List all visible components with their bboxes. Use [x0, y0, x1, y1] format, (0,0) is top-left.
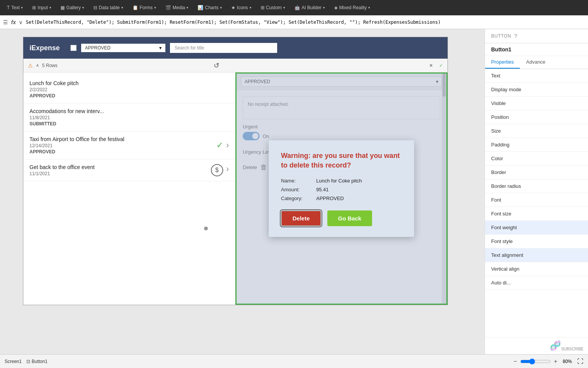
zoom-controls: − + 80% ⛶ [513, 358, 583, 365]
list-item[interactable]: Taxi from Airport to Office for the fest… [23, 131, 235, 159]
list-item-title: Get back to the office event [29, 164, 95, 170]
list-item-title: Taxi from Airport to Office for the fest… [29, 136, 124, 142]
app-title: iExpense [29, 44, 60, 52]
fullscreen-button[interactable]: ⛶ [577, 358, 583, 365]
list-item[interactable]: Get back to the office event 11/1/2021 $… [23, 159, 235, 181]
list-item-left: Taxi from Airport to Office for the fest… [29, 136, 124, 154]
expand-rows-icon[interactable]: ∧ [36, 63, 39, 68]
toolbar-input[interactable]: ⊞ Input ▾ [28, 3, 55, 12]
dropdown-value: APPROVED [85, 45, 111, 51]
prop-item-size[interactable]: Size [485, 124, 588, 138]
toolbar-datatable[interactable]: ⊟ Data table ▾ [90, 3, 127, 12]
prop-item-color[interactable]: Color [485, 152, 588, 166]
right-panel-close-icon[interactable]: ✕ [429, 63, 433, 68]
dropdown-arrow-icon: ▾ [159, 45, 162, 51]
toolbar-aibuilder[interactable]: 🤖 AI Builder ▾ [291, 3, 329, 12]
list-item-icons: ✓ › [216, 140, 229, 150]
datatable-icon: ⊟ [93, 5, 97, 10]
modal-amount-label: Amount: [281, 187, 312, 192]
tab-advanced[interactable]: Advance [520, 56, 552, 69]
toolbar-icons[interactable]: ★ Icons ▾ [227, 3, 255, 12]
screen-label[interactable]: Screen1 [5, 359, 22, 364]
component-label-area[interactable]: ⊡ Button1 [26, 359, 47, 364]
prop-item-border[interactable]: Border [485, 166, 588, 179]
props-component-name: Button1 [485, 43, 588, 56]
modal-category-value: APPROVED [316, 196, 344, 201]
toolbar-forms[interactable]: 📋 Forms ▾ [129, 3, 160, 12]
right-panel-check-icon[interactable]: ✓ [439, 63, 443, 68]
chevron-right-icon[interactable]: › [226, 140, 229, 150]
zoom-value: 80% [560, 359, 574, 364]
toolbar-custom[interactable]: ⊞ Custom ▾ [257, 3, 289, 12]
toolbar-charts[interactable]: 📊 Charts ▾ [194, 3, 225, 12]
prop-item-font-size[interactable]: Font size [485, 207, 588, 221]
chevron-right-icon[interactable]: › [226, 164, 229, 176]
props-list: Text Display mode Visible Position Size … [485, 69, 588, 337]
text-icon: T [7, 5, 10, 10]
checkmark-icon: ✓ [216, 140, 223, 150]
list-item-status: APPROVED [29, 93, 229, 99]
toolbar-mixedreality[interactable]: ◈ Mixed Reality ▾ [330, 3, 374, 12]
modal-name-label: Name: [281, 178, 312, 184]
prop-item-border-radius[interactable]: Border radius [485, 179, 588, 193]
prop-item-font-style[interactable]: Font style [485, 235, 588, 248]
prop-item-visible[interactable]: Visible [485, 97, 588, 110]
header-checkbox[interactable] [70, 45, 77, 51]
list-item[interactable]: Accomodations for new interv... 11/8/202… [23, 104, 235, 131]
props-section-title: BUTTON [491, 33, 511, 39]
forms-icon: 📋 [132, 5, 138, 10]
list-item-title: Lunch for Coke pitch [29, 80, 229, 86]
prop-item-text-alignment[interactable]: Text alignment [485, 248, 588, 262]
help-icon[interactable]: ? [514, 33, 517, 39]
formula-input[interactable] [26, 20, 585, 25]
list-item-status: SUBMITTED [29, 121, 229, 127]
modal-field-name: Name: Lunch for Coke pitch [281, 178, 402, 184]
modal-field-amount: Amount: 95.41 [281, 187, 402, 192]
chevron-icon: ▾ [186, 6, 188, 10]
left-list: Lunch for Coke pitch 2/2/2022 APPROVED A… [23, 72, 235, 305]
zoom-in-button[interactable]: + [554, 358, 557, 365]
toolbar-text[interactable]: T Text ▾ [3, 3, 27, 12]
modal-goback-button[interactable]: Go Back [327, 210, 372, 226]
refresh-icon[interactable]: ↺ [214, 61, 219, 70]
prop-item-font-weight[interactable]: Font weight [485, 221, 588, 235]
modal-delete-button[interactable]: Delete [281, 210, 321, 226]
modal-amount-value: 95.41 [316, 187, 329, 192]
header-dropdown[interactable]: APPROVED ▾ [81, 44, 165, 52]
chevron-icon: ▾ [21, 6, 23, 10]
prop-item-padding[interactable]: Padding [485, 138, 588, 152]
aibuilder-icon: 🤖 [294, 5, 300, 10]
properties-panel: BUTTON ? Button1 Properties Advance Text… [485, 29, 588, 354]
tab-properties[interactable]: Properties [485, 56, 520, 69]
warning-icon: ⚠ [28, 62, 33, 69]
charts-icon: 📊 [198, 5, 203, 10]
bottom-bar: Screen1 ⊡ Button1 − + 80% ⛶ [0, 354, 588, 368]
prop-item-vertical-align[interactable]: Vertical align [485, 262, 588, 276]
top-toolbar: T Text ▾ ⊞ Input ▾ ▦ Gallery ▾ ⊟ Data ta… [0, 0, 588, 15]
gallery-icon: ▦ [60, 5, 65, 10]
app-canvas: iExpense APPROVED ▾ Search for title ⚠ ∧… [23, 37, 448, 305]
chevron-icon: ▾ [323, 6, 325, 10]
chevron-icon: ▾ [49, 6, 51, 10]
prop-item-auto-dis[interactable]: Auto di... [485, 276, 588, 290]
prop-item-display-mode[interactable]: Display mode [485, 83, 588, 97]
prop-item-font[interactable]: Font [485, 193, 588, 207]
search-box[interactable]: Search for title [170, 43, 277, 53]
zoom-out-button[interactable]: − [513, 358, 517, 365]
rows-count: 5 Rows [42, 63, 57, 68]
list-item-date: 11/1/2021 [29, 171, 95, 176]
modal-category-label: Category: [281, 196, 312, 201]
prop-item-position[interactable]: Position [485, 110, 588, 124]
chevron-icon: ▾ [82, 6, 84, 10]
modal-box: Warning: are you sure that you want to d… [269, 140, 414, 237]
custom-icon: ⊞ [261, 5, 265, 10]
menu-icon[interactable]: ☰ [3, 19, 8, 25]
toolbar-media[interactable]: 🎬 Media ▾ [162, 3, 193, 12]
prop-item-text[interactable]: Text [485, 69, 588, 83]
zoom-slider[interactable] [520, 358, 551, 365]
chevron-icon: ▾ [220, 6, 222, 10]
list-item-left: Get back to the office event 11/1/2021 [29, 164, 95, 176]
expand-icon[interactable]: ∨ [19, 19, 23, 25]
toolbar-gallery[interactable]: ▦ Gallery ▾ [57, 3, 88, 12]
list-item[interactable]: Lunch for Coke pitch 2/2/2022 APPROVED [23, 76, 235, 104]
